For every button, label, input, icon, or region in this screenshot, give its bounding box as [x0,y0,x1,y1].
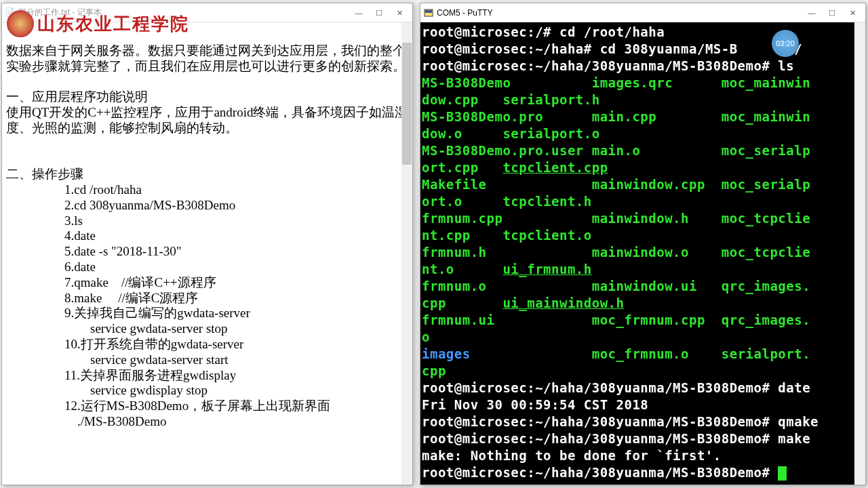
terminal-line: root@microsec:~/haha/308yuanma/MS-B308De… [422,380,864,396]
putty-icon [423,7,434,18]
logo-text: 山东农业工程学院 [37,12,189,36]
section1-body: 使用QT开发的C++监控程序，应用于android终端，具备环境因子如温湿度、光… [6,105,408,135]
terminal-line: frmnum.cpp mainwindow.h moc_tcpclie [422,210,864,227]
terminal-line: ort.o tcpclient.h [422,193,864,210]
terminal-line: ort.cpp tcpclient.cpp [422,159,864,176]
terminal-line: frmnum.o mainwindow.ui qrc_images. [422,278,864,295]
terminal-line: nt.cpp tcpclient.o [422,227,864,244]
step-line: 11.关掉界面服务进程gwdisplay [64,368,408,384]
step-line: 5.date -s "2018-11-30" [64,244,408,260]
terminal-line: images moc_frmnum.o serialport. [422,346,864,363]
step-line: 4.date [64,228,408,244]
step-line: 9.关掉我自己编写的gwdata-server [64,306,408,321]
close-button[interactable]: ✕ [389,5,410,20]
putty-window: COM5 - PuTTY — ☐ ✕ root@microsec:/# cd /… [420,3,866,485]
terminal-line: nt.o ui_frmnum.h [422,261,864,278]
putty-title: COM5 - PuTTY [437,8,802,18]
step-line: 12.运行MS-B308Demo，板子屏幕上出现新界面 [64,399,408,414]
step-line: 6.date [64,260,408,275]
terminal-line: make: Nothing to be done for `first'. [422,447,864,464]
section2-title: 二、操作步骤 [6,167,83,181]
notepad-text-area[interactable]: 数据来自于网关服务器。数据只要能通过网关到达应用层，我们的整个实验步骤就算完整了… [2,22,412,485]
minimize-button[interactable]: — [349,5,369,20]
step-line: service gwdata-server stop [64,321,408,337]
minimize-button[interactable]: — [802,5,822,20]
notepad-window: 📄 部分的工作.txt - 记事本 — ☐ ✕ 数据来自于网关服务器。数据只要能… [1,3,413,485]
terminal-line: MS-B308Demo images.qrc moc_mainwin [422,75,864,92]
step-line: service gwdata-server start [64,352,408,368]
terminal-line: frmnum.ui moc_frmnum.cpp qrc_images. [422,312,864,329]
maximize-button[interactable]: ☐ [822,5,842,20]
timer-badge: 03:20 [772,30,799,57]
terminal-line: Makefile mainwindow.cpp moc_serialp [422,176,864,193]
step-line: 1.cd /root/haha [64,182,408,198]
scrollbar-thumb[interactable] [402,43,412,165]
step-line: 8.make //编译C源程序 [64,291,408,306]
terminal-line: cpp ui_mainwindow.h [422,295,864,312]
terminal-area[interactable]: root@microsec:/# cd /root/haharoot@micro… [420,22,865,485]
step-line: 3.ls [64,214,408,229]
terminal-line: cpp [422,363,864,380]
step-line: 2.cd 308yuanma/MS-B308Demo [64,198,408,214]
intro-text: 数据来自于网关服务器。数据只要能通过网关到达应用层，我们的整个实验步骤就算完整了… [6,43,406,73]
terminal-line: dow.o serialport.o [422,125,864,142]
logo-emblem [7,10,34,37]
step-line: service gwdisplay stop [64,383,408,399]
section1-title: 一、应用层程序功能说明 [6,89,148,104]
putty-scrollbar[interactable] [854,22,865,485]
notepad-scrollbar[interactable] [401,22,412,485]
terminal-line: root@microsec:~/haha/308yuanma/MS-B308De… [422,464,864,481]
terminal-cursor [778,466,787,481]
terminal-line: o [422,329,864,346]
step-line: 10.打开系统自带的gwdata-server [64,337,408,352]
putty-titlebar[interactable]: COM5 - PuTTY — ☐ ✕ [420,3,865,22]
terminal-line: MS-B308Demo.pro.user main.o moc_serialp [422,142,864,159]
maximize-button[interactable]: ☐ [369,5,389,20]
terminal-line: frmnum.h mainwindow.o moc_tcpclie [422,244,864,261]
terminal-line: root@microsec:~/haha/308yuanma/MS-B308De… [422,58,864,75]
step-line: ./MS-B308Demo [64,414,408,430]
close-button[interactable]: ✕ [842,5,863,20]
step-line: 7.qmake //编译C++源程序 [64,275,408,291]
terminal-line: root@microsec:~/haha/308yuanma/MS-B308De… [422,430,864,447]
logo-overlay: 山东农业工程学院 [7,10,189,37]
terminal-line: MS-B308Demo.pro main.cpp moc_mainwin [422,108,864,125]
terminal-line: root@microsec:~/haha/308yuanma/MS-B308De… [422,413,864,430]
terminal-line: Fri Nov 30 00:59:54 CST 2018 [422,396,864,413]
svg-rect-1 [425,10,432,13]
terminal-line: dow.cpp serialport.h [422,92,864,108]
timer-value: 03:20 [776,39,795,47]
